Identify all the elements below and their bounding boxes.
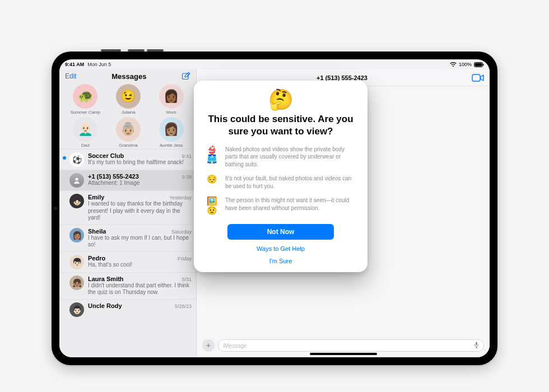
pinned-contact[interactable]: 😉Juliana bbox=[108, 84, 149, 115]
front-camera bbox=[54, 207, 57, 210]
conversation-time: 9:41 bbox=[182, 153, 192, 159]
bullet-icon: 👙🩳 bbox=[205, 146, 218, 164]
conversation-name: Sheila bbox=[88, 228, 106, 235]
status-time: 9:41 AM bbox=[65, 62, 84, 67]
conversation-name: Laura Smith bbox=[88, 276, 124, 282]
conversation-row[interactable]: ⚽Soccer Club9:41It's my turn to bring th… bbox=[59, 149, 196, 170]
message-input[interactable]: iMessage bbox=[218, 339, 484, 352]
battery-pct: 100% bbox=[459, 62, 472, 67]
screen: 9:41 AM Mon Jun 5 100% Edit Messages bbox=[59, 59, 490, 357]
avatar: 👦🏻 bbox=[69, 255, 84, 269]
pinned-contact[interactable]: 🐢Summer Camp bbox=[65, 84, 106, 115]
avatar: 👩🏾 bbox=[159, 84, 184, 109]
conversation-preview: It's my turn to bring the halftime snack… bbox=[88, 159, 192, 166]
svg-rect-6 bbox=[476, 342, 477, 346]
compose-button[interactable] bbox=[182, 72, 190, 81]
conversation-time: Yesterday bbox=[169, 195, 192, 200]
avatar: 👩🏽 bbox=[159, 117, 184, 142]
pinned-contact-label: Auntie Jess bbox=[160, 143, 183, 148]
avatar: 👵🏼 bbox=[116, 117, 141, 142]
conversation-time: 9:39 bbox=[182, 174, 192, 180]
unread-dot bbox=[63, 156, 66, 160]
conversation-time: 5/28/23 bbox=[175, 304, 192, 309]
conversation-name: Emily bbox=[88, 194, 104, 200]
conversation-row[interactable]: +1 (513) 555-24239:39Attachment: 1 Image bbox=[59, 170, 196, 190]
status-date: Mon Jun 5 bbox=[87, 62, 111, 67]
pinned-contact-label: Grandma bbox=[119, 143, 137, 148]
dialog-bullet: 👙🩳Naked photos and videos show the priva… bbox=[205, 146, 356, 169]
pinned-contact-label: Dad bbox=[81, 143, 90, 148]
power-button bbox=[101, 49, 121, 52]
avatar: 👨🏻‍🦲 bbox=[73, 117, 97, 142]
conversation-time: Saturday bbox=[171, 229, 192, 235]
message-placeholder: iMessage bbox=[223, 343, 247, 349]
conversation-preview: Ha, that's so cool! bbox=[88, 262, 192, 269]
conversation-preview: I wanted to say thanks for the birthday … bbox=[88, 200, 192, 222]
bullet-icon: 😔 bbox=[205, 175, 218, 184]
avatar: ⚽ bbox=[69, 152, 84, 167]
conversation-row[interactable]: 👧🏽Laura Smith5/31I didn't understand tha… bbox=[59, 272, 196, 299]
pinned-contact[interactable]: 👩🏽Auntie Jess bbox=[151, 117, 192, 148]
dialog-emoji: 🤔 bbox=[205, 90, 356, 110]
conversation-title[interactable]: +1 (513) 555-2423 bbox=[317, 74, 367, 81]
dictation-icon[interactable] bbox=[474, 342, 479, 349]
pinned-contact-label: Juliana bbox=[121, 110, 135, 115]
svg-rect-5 bbox=[472, 74, 480, 81]
bullet-text: The person in this might not want it see… bbox=[225, 197, 356, 212]
edit-button[interactable]: Edit bbox=[65, 72, 77, 80]
bullet-icon: 🖼️😟 bbox=[205, 197, 218, 215]
attach-button[interactable]: ＋ bbox=[202, 339, 215, 352]
dialog-title: This could be sensitive. Are you sure yo… bbox=[205, 113, 356, 138]
pinned-contact[interactable]: 👵🏼Grandma bbox=[108, 117, 149, 148]
dialog-bullet: 😔It's not your fault, but naked photos a… bbox=[205, 175, 356, 190]
avatar bbox=[69, 173, 84, 188]
dialog-bullet: 🖼️😟The person in this might not want it … bbox=[205, 197, 356, 215]
pinned-contact[interactable]: 👩🏾Mom bbox=[151, 84, 192, 115]
conversation-row[interactable]: 👧🏻EmilyYesterdayI wanted to say thanks f… bbox=[59, 190, 196, 225]
svg-point-4 bbox=[75, 178, 78, 180]
sidebar: Edit Messages 🐢Summer Camp😉Juliana👩🏾Mom👨… bbox=[59, 69, 197, 357]
pinned-contacts: 🐢Summer Camp😉Juliana👩🏾Mom👨🏻‍🦲Dad👵🏼Grandm… bbox=[59, 82, 196, 149]
im-sure-button[interactable]: I'm Sure bbox=[269, 258, 292, 264]
bullet-text: Naked photos and videos show the private… bbox=[225, 146, 356, 169]
conversation-time: 5/31 bbox=[182, 277, 192, 282]
conversation-list[interactable]: ⚽Soccer Club9:41It's my turn to bring th… bbox=[59, 149, 196, 357]
conversation-name: +1 (513) 555-2423 bbox=[88, 173, 139, 180]
pinned-contact[interactable]: 👨🏻‍🦲Dad bbox=[65, 117, 106, 148]
svg-rect-1 bbox=[475, 63, 482, 66]
battery-icon bbox=[474, 62, 484, 67]
avatar: 🐢 bbox=[73, 84, 97, 109]
home-indicator[interactable] bbox=[310, 353, 377, 355]
avatar: 👩🏽 bbox=[69, 228, 84, 242]
avatar: 😉 bbox=[116, 84, 141, 109]
dialog-bullets: 👙🩳Naked photos and videos show the priva… bbox=[205, 146, 356, 216]
bullet-text: It's not your fault, but naked photos an… bbox=[225, 175, 356, 190]
conversation-time: Friday bbox=[178, 256, 192, 262]
avatar: 👨🏻 bbox=[69, 302, 84, 317]
conversation-preview: Attachment: 1 Image bbox=[88, 180, 192, 187]
pinned-contact-label: Summer Camp bbox=[70, 110, 100, 115]
avatar: 👧🏽 bbox=[69, 276, 84, 290]
facetime-button[interactable] bbox=[472, 74, 484, 82]
svg-rect-2 bbox=[483, 64, 483, 66]
conversation-name: Pedro bbox=[88, 255, 105, 262]
conversation-row[interactable]: 👦🏻PedroFridayHa, that's so cool! bbox=[59, 251, 196, 272]
ipad-frame: 9:41 AM Mon Jun 5 100% Edit Messages bbox=[52, 52, 497, 365]
conversation-name: Uncle Rody bbox=[88, 302, 122, 309]
avatar: 👧🏻 bbox=[69, 194, 84, 208]
sidebar-title: Messages bbox=[111, 72, 146, 81]
volume-up-button bbox=[128, 49, 145, 52]
status-bar: 9:41 AM Mon Jun 5 100% bbox=[59, 59, 490, 69]
not-now-button[interactable]: Not Now bbox=[227, 224, 334, 240]
volume-down-button bbox=[147, 49, 164, 52]
pinned-contact-label: Mom bbox=[166, 110, 176, 115]
conversation-preview: I have to ask my mom if I can, but I hop… bbox=[88, 235, 192, 249]
get-help-link[interactable]: Ways to Get Help bbox=[257, 245, 305, 252]
sensitive-content-dialog: 🤔 This could be sensitive. Are you sure … bbox=[194, 81, 367, 272]
conversation-preview: I didn't understand that part either. I … bbox=[88, 282, 192, 296]
conversation-row[interactable]: 👨🏻Uncle Rody5/28/23 bbox=[59, 299, 196, 320]
conversation-name: Soccer Club bbox=[88, 152, 124, 159]
conversation-row[interactable]: 👩🏽SheilaSaturdayI have to ask my mom if … bbox=[59, 225, 196, 251]
wifi-icon bbox=[450, 62, 457, 67]
